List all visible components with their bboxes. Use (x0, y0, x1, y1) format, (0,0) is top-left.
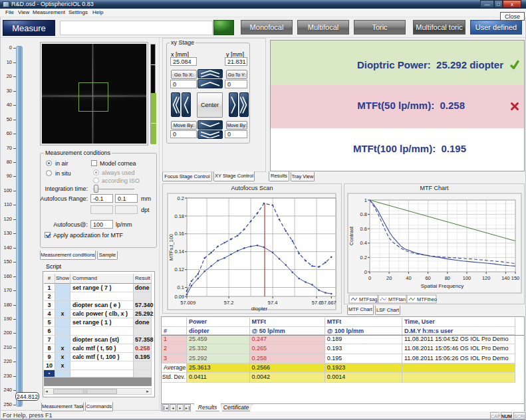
svg-text:0: 0 (364, 269, 367, 275)
svg-text:57.009: 57.009 (180, 300, 196, 306)
svg-text:diopter: diopter (251, 306, 268, 312)
svg-text:40: 40 (406, 275, 411, 281)
svg-text:0.1: 0.1 (178, 284, 184, 290)
svg-text:140: 140 (501, 275, 510, 281)
svg-text:100: 100 (463, 275, 471, 281)
svg-text:20: 20 (386, 275, 392, 281)
svg-text:0.2: 0.2 (178, 195, 184, 201)
svg-text:MTFsag: MTFsag (359, 296, 378, 302)
svg-text:0.18: 0.18 (174, 213, 184, 219)
svg-text:0.12: 0.12 (174, 266, 184, 272)
svg-text:57.6: 57.6 (312, 300, 322, 306)
svg-text:0.6: 0.6 (360, 226, 367, 232)
svg-text:120: 120 (482, 275, 491, 281)
svg-text:0: 0 (368, 275, 371, 281)
svg-text:MTFtheo: MTFtheo (417, 296, 437, 302)
svg-text:60: 60 (425, 275, 430, 281)
svg-text:1: 1 (364, 197, 367, 203)
svg-text:Spatial Frequency: Spatial Frequency (421, 283, 463, 289)
svg-text:Contrast: Contrast (348, 226, 354, 245)
svg-text:80: 80 (445, 275, 450, 281)
svg-text:0.09: 0.09 (174, 294, 184, 300)
svg-text:MTFs,t_100: MTFs,t_100 (168, 234, 174, 261)
svg-text:0.8: 0.8 (360, 211, 367, 217)
svg-text:0.16: 0.16 (174, 231, 184, 237)
svg-text:57.2: 57.2 (224, 300, 234, 306)
svg-text:57.4: 57.4 (268, 300, 278, 306)
svg-text:150: 150 (511, 275, 520, 281)
svg-text:57.667: 57.667 (321, 300, 336, 306)
svg-text:0.14: 0.14 (174, 249, 184, 255)
svg-text:0.2: 0.2 (360, 255, 367, 261)
svg-text:0.4: 0.4 (360, 240, 367, 246)
svg-text:MTFtan: MTFtan (388, 296, 406, 302)
